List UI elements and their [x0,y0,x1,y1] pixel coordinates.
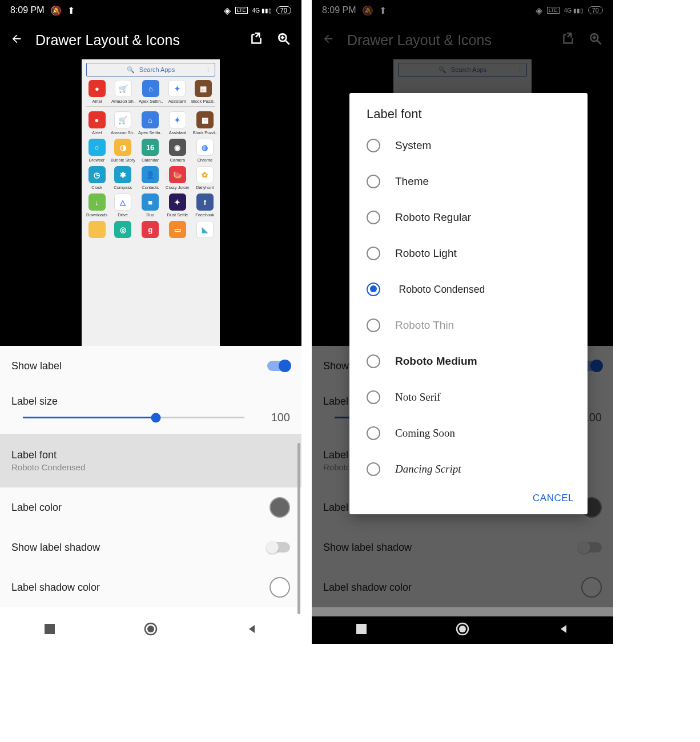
font-option-label: Theme [395,175,429,188]
battery-icon: 70 [276,6,291,14]
drawer-recent-row: ●Airtel🛒Amazon Sh..⌂Apex Settin..✦Assist… [86,80,215,104]
radio-button[interactable] [367,462,380,476]
nav-home-icon[interactable] [456,622,469,638]
app-item: ●Airtel [86,111,107,135]
app-item: ◉Camera [166,139,190,163]
font-option-roboto-light[interactable]: Roboto Light [349,235,588,271]
setting-label-color[interactable]: Label color [0,487,301,527]
font-option-roboto-thin[interactable]: Roboto Thin [349,307,588,343]
font-option-system[interactable]: System [349,127,588,163]
nav-home-icon[interactable] [144,622,158,638]
share-icon[interactable] [249,31,264,49]
page-title: Drawer Layout & Icons [35,32,236,49]
android-navbar [312,616,613,644]
app-item: ⌂Apex Settin.. [138,111,162,135]
font-option-coming-soon[interactable]: Coming Soon [349,415,588,451]
radio-button[interactable] [367,175,380,188]
app-toolbar: Drawer Layout & Icons [0,21,301,59]
setting-label-shadow-color[interactable]: Label shadow color [0,567,301,607]
nav-back-icon[interactable] [247,624,257,636]
app-item: ✦Assistant [166,80,188,104]
settings-panel: Show label Label size 100 Label font Rob… [0,346,301,607]
drawer-preview-area: 🔍 Search Apps ⋮ ●Airtel🛒Amazon Sh..⌂Apex… [0,59,301,346]
font-option-label: Roboto Light [395,247,457,260]
svg-point-3 [147,626,154,632]
app-item: ●Airtel [86,80,108,104]
font-option-label: Roboto Condensed [399,283,485,296]
app-item: fFacebook [193,193,217,217]
svg-point-7 [459,626,466,632]
app-item: 16Calendar [138,139,162,163]
font-option-label: System [395,139,431,152]
zoom-icon[interactable] [276,31,291,49]
font-option-theme[interactable]: Theme [349,163,588,199]
font-option-noto-serif[interactable]: Noto Serif [349,379,588,415]
drawer-divider [86,106,215,107]
app-item: ◍Chrome [193,139,217,163]
font-option-roboto-medium[interactable]: Roboto Medium [349,343,588,379]
app-item: ⌂Apex Settin.. [139,80,163,104]
font-option-dancing-script[interactable]: Dancing Script [349,451,588,487]
font-option-label: Dancing Script [395,463,461,475]
radio-button[interactable] [367,354,380,368]
app-item: 👤Contacts [138,166,162,190]
label-size-slider[interactable] [23,417,244,418]
radio-button[interactable] [367,139,380,152]
search-placeholder: Search Apps [139,66,175,73]
show-label-text: Show label [11,360,62,372]
nav-back-icon[interactable] [558,624,569,636]
nav-recent-icon[interactable] [356,624,367,636]
phone-screen-right: 8:09 PM 🔕 ⬆ ◈ LTE 4G ▮▮▯ 70 Drawer Layou… [312,0,613,644]
status-bar: 8:09 PM 🔕 ⬆ ◈ LTE 4G ▮▮▯ 70 [0,0,301,21]
app-item: ▦Block Puzzl.. [193,111,217,135]
show-label-shadow-switch[interactable] [267,542,290,553]
app-item: ↓Downloads [86,193,107,217]
wifi-icon: ◈ [224,5,231,16]
setting-label-size[interactable]: Label size 100 [0,386,301,434]
app-item: ✱Compass [111,166,135,190]
upload-icon: ⬆ [67,5,75,16]
setting-show-label-shadow[interactable]: Show label shadow [0,527,301,567]
font-option-roboto-regular[interactable]: Roboto Regular [349,199,588,235]
app-item: ◷Clock [86,166,107,190]
radio-button[interactable] [367,318,380,332]
label-size-text: Label size [11,396,290,408]
signal-icon: 4G ▮▮▯ [252,7,272,14]
app-item: ✦Dust Settle [166,193,190,217]
app-item: ✿Dailyhunt [193,166,217,190]
radio-button[interactable] [367,211,380,224]
nav-recent-icon[interactable] [45,624,55,636]
app-item: ✦Assistant [166,111,190,135]
app-item: ◑Bubble Story [111,139,135,163]
label-font-dialog: Label font SystemThemeRoboto RegularRobo… [349,93,588,514]
svg-rect-5 [356,624,367,634]
search-icon: 🔍 [127,66,135,74]
label-color-swatch[interactable] [269,497,290,518]
app-item: ▭ [166,221,190,240]
show-label-switch[interactable] [267,361,290,371]
label-size-value: 100 [256,411,290,424]
dialog-title: Label font [349,107,588,127]
app-item: 🛒Amazon Sh.. [111,80,135,104]
drawer-apps-grid: ●Airtel🛒Amazon Sh..⌂Apex Settin..✦Assist… [86,111,215,240]
setting-label-font[interactable]: Label font Roboto Condensed [0,434,301,487]
app-item [86,221,107,240]
clock-text: 8:09 PM [10,5,45,15]
font-option-label: Roboto Thin [395,319,454,332]
scroll-indicator [297,443,300,614]
phone-screen-left: 8:09 PM 🔕 ⬆ ◈ LTE 4G ▮▮▯ 70 Drawer Layou… [0,0,301,644]
back-icon[interactable] [10,33,23,47]
setting-show-label[interactable]: Show label [0,346,301,386]
radio-button[interactable] [367,426,380,440]
volte-icon: LTE [235,7,248,14]
radio-button[interactable] [367,247,380,260]
radio-button[interactable] [367,283,380,296]
label-font-text: Label font [11,449,57,461]
app-item: 🍉Crazy Juicer [166,166,190,190]
app-item: ○Browser [86,139,107,163]
radio-button[interactable] [367,390,380,404]
app-item: ◣ [193,221,217,240]
font-option-roboto-condensed[interactable]: Roboto Condensed [349,271,588,307]
label-shadow-color-swatch[interactable] [269,577,290,598]
cancel-button[interactable]: CANCEL [533,493,574,504]
